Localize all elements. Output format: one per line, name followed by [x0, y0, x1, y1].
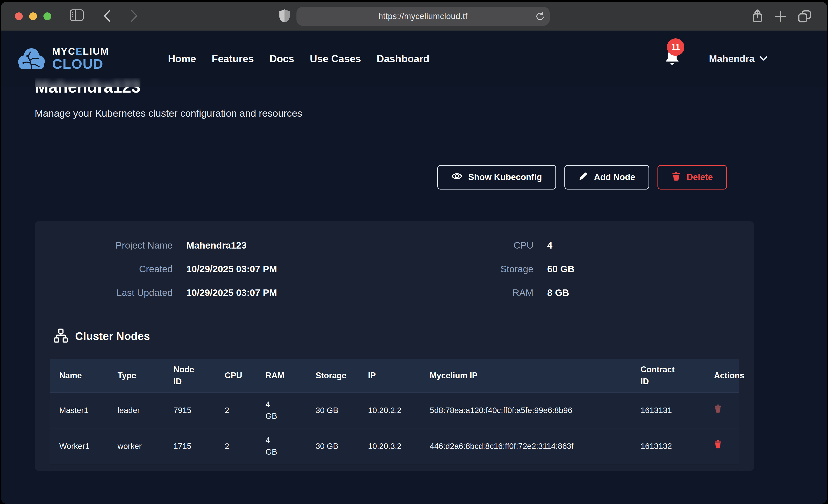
- minimize-window-button[interactable]: [29, 12, 37, 20]
- cluster-nodes-table: Name Type Node ID CPU RAM Storage IP Myc…: [50, 359, 739, 464]
- logo-line2: CLOUD: [52, 57, 109, 71]
- table-header-row: Name Type Node ID CPU RAM Storage IP Myc…: [50, 359, 739, 392]
- cell-storage: 30 GB: [306, 392, 359, 428]
- trash-icon: [671, 171, 681, 183]
- sidebar-toggle-icon[interactable]: [70, 9, 84, 21]
- detail-value: 10/29/2025 03:07 PM: [187, 285, 405, 300]
- cell-contract-id: 1613132: [631, 428, 705, 464]
- detail-value: 60 GB: [547, 261, 754, 277]
- tab-overview-icon[interactable]: [798, 10, 811, 23]
- add-node-label: Add Node: [594, 172, 635, 182]
- traffic-lights: [15, 2, 51, 31]
- table-row: Worker1 worker 1715 2 4 GB 30 GB 10.20.3…: [50, 428, 739, 464]
- notification-count-badge: 11: [667, 38, 685, 56]
- main-nav: Home Features Docs Use Cases Dashboard: [168, 31, 429, 87]
- cluster-details: Project Name Mahendra123 CPU 4 Created 1…: [35, 221, 754, 300]
- delete-node-icon[interactable]: [714, 404, 722, 414]
- nav-use-cases[interactable]: Use Cases: [310, 53, 361, 65]
- network-nodes-icon: [53, 328, 68, 344]
- detail-value: Mahendra123: [187, 238, 405, 253]
- web-page: Mahendra123 Mahendra123 Manage your Kube…: [1, 31, 827, 504]
- back-icon[interactable]: [102, 9, 112, 23]
- detail-label: Project Name: [35, 238, 173, 253]
- col-node-id: Node ID: [164, 359, 215, 392]
- chevron-down-icon: [759, 56, 767, 62]
- nav-home[interactable]: Home: [168, 53, 196, 65]
- delete-label: Delete: [687, 172, 713, 182]
- cell-ram: 4 GB: [256, 392, 306, 428]
- col-cpu: CPU: [215, 359, 256, 392]
- cell-mycelium-ip: 5d8:78ea:a120:f40c:ff0f:a5fe:99e6:8b96: [420, 392, 631, 428]
- cell-actions: [705, 428, 739, 464]
- cell-actions: [705, 392, 739, 428]
- cell-storage: 30 GB: [306, 428, 359, 464]
- cell-mycelium-ip: 446:d2a6:8bcd:8c16:ff0f:72e2:3114:863f: [420, 428, 631, 464]
- site-header: MYCELIUM CLOUD Home Features Docs Use Ca…: [1, 31, 827, 87]
- cell-ram: 4 GB: [256, 428, 306, 464]
- pencil-icon: [578, 171, 588, 183]
- col-actions: Actions: [705, 359, 739, 392]
- logo-line1: MYCELIUM: [52, 47, 109, 56]
- reload-icon[interactable]: [535, 11, 545, 22]
- add-node-button[interactable]: Add Node: [565, 165, 649, 190]
- detail-value: 10/29/2025 03:07 PM: [187, 261, 405, 277]
- privacy-shield-icon[interactable]: [279, 9, 290, 24]
- browser-toolbar: https://myceliumcloud.tf: [1, 2, 827, 31]
- cluster-actions: Show Kubeconfig Add Node Delete: [437, 165, 727, 190]
- browser-window: https://myceliumcloud.tf: [1, 2, 827, 504]
- share-icon[interactable]: [751, 9, 763, 24]
- delete-node-icon[interactable]: [714, 440, 722, 450]
- show-kubeconfig-label: Show Kubeconfig: [468, 172, 542, 182]
- col-ram: RAM: [256, 359, 306, 392]
- col-name: Name: [50, 359, 108, 392]
- cell-ip: 10.20.2.2: [359, 392, 420, 428]
- detail-label: RAM: [418, 285, 533, 300]
- table-row: Master1 leader 7915 2 4 GB 30 GB 10.20.2…: [50, 392, 739, 428]
- nav-features[interactable]: Features: [212, 53, 254, 65]
- detail-value: 4: [547, 238, 754, 253]
- nav-dashboard[interactable]: Dashboard: [377, 53, 429, 65]
- cluster-nodes-heading: Cluster Nodes: [53, 328, 150, 344]
- cell-name: Worker1: [50, 428, 108, 464]
- detail-label: Last Updated: [35, 285, 173, 300]
- col-ip: IP: [359, 359, 420, 392]
- desktop: https://myceliumcloud.tf: [0, 0, 828, 504]
- delete-cluster-button[interactable]: Delete: [658, 165, 727, 190]
- cluster-details-card: Project Name Mahendra123 CPU 4 Created 1…: [35, 221, 754, 471]
- user-name: Mahendra: [709, 53, 754, 64]
- cell-node-id: 1715: [164, 428, 215, 464]
- address-bar[interactable]: https://myceliumcloud.tf: [296, 7, 550, 26]
- user-menu[interactable]: Mahendra: [709, 53, 767, 64]
- show-kubeconfig-button[interactable]: Show Kubeconfig: [437, 165, 556, 190]
- nav-docs[interactable]: Docs: [270, 53, 294, 65]
- cell-node-id: 7915: [164, 392, 215, 428]
- notifications-button[interactable]: 11: [664, 48, 682, 69]
- detail-label: Storage: [418, 261, 533, 277]
- cell-cpu: 2: [215, 392, 256, 428]
- detail-value: 8 GB: [547, 285, 754, 300]
- url-text: https://myceliumcloud.tf: [378, 11, 467, 21]
- fullscreen-window-button[interactable]: [43, 12, 51, 20]
- col-type: Type: [108, 359, 164, 392]
- site-logo[interactable]: MYCELIUM CLOUD: [17, 47, 109, 71]
- eye-icon: [451, 172, 462, 183]
- col-contract-id: Contract ID: [631, 359, 705, 392]
- cell-contract-id: 1613131: [631, 392, 705, 428]
- browser-actions: [751, 2, 811, 31]
- col-storage: Storage: [306, 359, 359, 392]
- address-zone: https://myceliumcloud.tf: [279, 2, 550, 31]
- forward-icon[interactable]: [130, 9, 139, 23]
- cell-ip: 10.20.3.2: [359, 428, 420, 464]
- cell-cpu: 2: [215, 428, 256, 464]
- new-tab-icon[interactable]: [775, 10, 787, 23]
- col-mycelium-ip: Mycelium IP: [420, 359, 631, 392]
- close-window-button[interactable]: [15, 12, 23, 20]
- detail-label: CPU: [418, 238, 533, 253]
- cell-name: Master1: [50, 392, 108, 428]
- mycelium-cloud-logo-icon: [17, 47, 46, 71]
- cluster-nodes-title: Cluster Nodes: [75, 330, 150, 342]
- page-subtitle: Manage your Kubernetes cluster configura…: [35, 108, 302, 119]
- logo-text: MYCELIUM CLOUD: [52, 47, 109, 71]
- detail-label: Created: [35, 261, 173, 277]
- cell-type: leader: [108, 392, 164, 428]
